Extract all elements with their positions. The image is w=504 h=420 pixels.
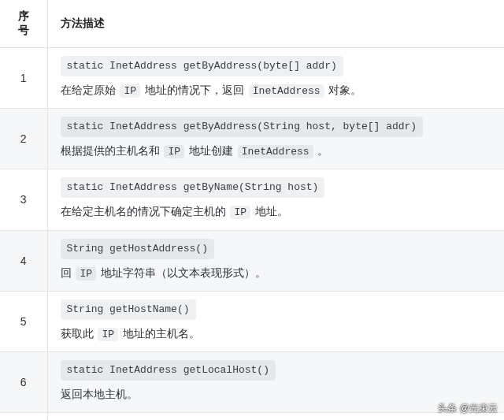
inline-code: IP bbox=[164, 145, 184, 158]
row-number: 4 bbox=[0, 230, 47, 291]
method-description: 返回本地主机。 bbox=[61, 385, 492, 404]
row-number: 3 bbox=[0, 169, 47, 230]
method-signature: String getHostName() bbox=[61, 299, 196, 320]
row-number: 6 bbox=[0, 351, 47, 412]
table-row: 5String getHostName()获取此 IP 地址的主机名。 bbox=[0, 291, 504, 351]
inline-code: IP bbox=[230, 206, 250, 219]
table-row: 6static InetAddress getLocalHost()返回本地主机… bbox=[0, 351, 504, 412]
methods-table: 序号 方法描述 1static InetAddress getByAddress… bbox=[0, 0, 504, 420]
description-text: 对象。 bbox=[326, 84, 362, 96]
table-row: 4String getHostAddress()回 IP 地址字符串（以文本表现… bbox=[0, 230, 504, 291]
inline-code: IP bbox=[76, 267, 96, 281]
description-text: 地址的情况下，返回 bbox=[142, 84, 247, 96]
inline-code: IP bbox=[98, 328, 118, 341]
table-row: 1static InetAddress getByAddress(byte[] … bbox=[0, 48, 504, 109]
description-text: 地址字符串（以文本表现形式）。 bbox=[98, 266, 266, 279]
row-number: 5 bbox=[0, 291, 47, 351]
row-description-cell: static InetAddress getByAddress(String h… bbox=[47, 109, 504, 169]
row-number: 7 bbox=[0, 412, 47, 420]
row-number: 2 bbox=[0, 109, 47, 169]
description-text: 地址。 bbox=[252, 205, 288, 217]
method-description: 在给定主机名的情况下确定主机的 IP 地址。 bbox=[61, 203, 492, 221]
table-row: 2static InetAddress getByAddress(String … bbox=[0, 109, 504, 169]
description-text: 。 bbox=[315, 144, 329, 157]
row-description-cell: static InetAddress getByAddress(byte[] a… bbox=[47, 48, 504, 109]
description-text: 在给定主机名的情况下确定主机的 bbox=[61, 205, 229, 217]
row-description-cell: static InetAddress getByName(String host… bbox=[47, 169, 504, 230]
description-text: 根据提供的主机名和 bbox=[61, 144, 163, 157]
row-description-cell: String getHostName()获取此 IP 地址的主机名。 bbox=[47, 291, 504, 351]
cell-content: String getHostAddress()回 IP 地址字符串（以文本表现形… bbox=[61, 239, 492, 283]
table-row: 7String toString()将此 IP 地址转换为 String 。 bbox=[0, 412, 504, 420]
header-desc: 方法描述 bbox=[47, 0, 504, 48]
method-description: 在给定原始 IP 地址的情况下，返回 InetAddress 对象。 bbox=[61, 81, 492, 100]
method-description: 根据提供的主机名和 IP 地址创建 InetAddress 。 bbox=[61, 142, 492, 161]
row-description-cell: static InetAddress getLocalHost()返回本地主机。 bbox=[47, 351, 504, 412]
method-description: 获取此 IP 地址的主机名。 bbox=[61, 325, 492, 344]
method-description: 回 IP 地址字符串（以文本表现形式）。 bbox=[61, 264, 492, 283]
method-signature: String getHostAddress() bbox=[61, 239, 214, 259]
inline-code: InetAddress bbox=[238, 145, 313, 158]
description-text: 在给定原始 bbox=[61, 84, 119, 96]
cell-content: static InetAddress getLocalHost()返回本地主机。 bbox=[61, 360, 492, 404]
method-signature: static InetAddress getByAddress(String h… bbox=[61, 117, 424, 137]
cell-content: static InetAddress getByAddress(String h… bbox=[61, 117, 492, 161]
description-text: 返回本地主机。 bbox=[61, 388, 138, 400]
description-text: 获取此 bbox=[61, 327, 97, 340]
row-number: 1 bbox=[0, 48, 47, 109]
row-description-cell: String getHostAddress()回 IP 地址字符串（以文本表现形… bbox=[47, 230, 504, 291]
cell-content: String getHostName()获取此 IP 地址的主机名。 bbox=[61, 299, 492, 344]
inline-code: InetAddress bbox=[249, 84, 324, 98]
description-text: 地址的主机名。 bbox=[120, 327, 200, 340]
method-signature: static InetAddress getLocalHost() bbox=[61, 360, 276, 381]
table-row: 3static InetAddress getByName(String hos… bbox=[0, 169, 504, 230]
row-description-cell: String toString()将此 IP 地址转换为 String 。 bbox=[47, 412, 504, 420]
method-signature: static InetAddress getByName(String host… bbox=[61, 177, 325, 198]
method-signature: static InetAddress getByAddress(byte[] a… bbox=[61, 56, 343, 76]
cell-content: static InetAddress getByName(String host… bbox=[61, 177, 492, 221]
table-header-row: 序号 方法描述 bbox=[0, 0, 504, 48]
cell-content: static InetAddress getByAddress(byte[] a… bbox=[61, 56, 492, 100]
header-index: 序号 bbox=[0, 0, 47, 48]
description-text: 回 bbox=[61, 266, 75, 279]
description-text: 地址创建 bbox=[186, 144, 236, 157]
inline-code: IP bbox=[120, 84, 140, 98]
